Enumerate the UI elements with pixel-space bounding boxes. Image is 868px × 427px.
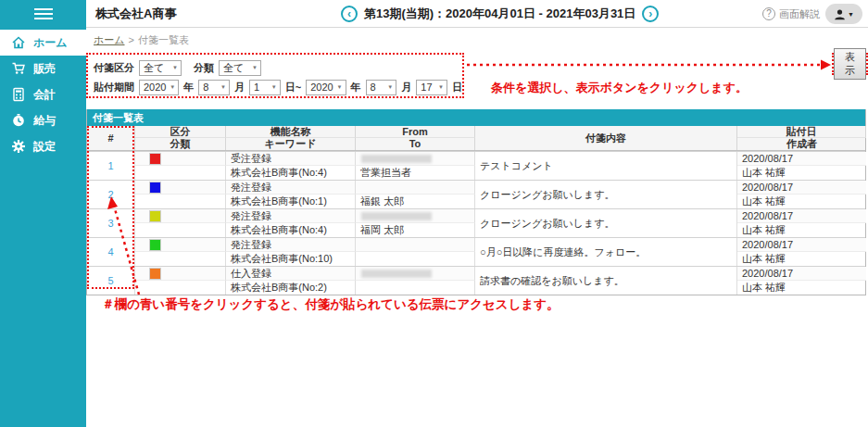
col-header-kubun: 区分 <box>135 126 226 138</box>
table-row: 5 仕入登録 株式会社B商事(No:2) 請求書の確認をお願いします。 2020… <box>87 266 865 295</box>
to-day-select[interactable]: 17 ▼ <box>416 80 447 95</box>
fusen-kubun-select[interactable]: 全て ▼ <box>139 60 182 76</box>
fusen-kubun-value: 全て <box>144 61 164 75</box>
date-cell: 2020/08/17 <box>737 267 866 281</box>
fusen-color-swatch <box>149 239 161 251</box>
year-suffix: 年 <box>183 81 194 94</box>
content-cell: ○月○日以降に再度連絡。フォロー。 <box>475 238 737 266</box>
table-row: 1 受注登録 株式会社B商事(No:4) 営業担当者 テストコメント 2020/… <box>87 151 865 180</box>
fusen-list-table: 付箋一覧表 # 区分 分類 機能名称 キーワード From To 付箋内容 貼付… <box>86 109 866 295</box>
author-cell: 山本 祐輝 <box>737 195 866 208</box>
chevron-down-icon: ▼ <box>220 84 226 90</box>
top-bar: 株式会社A商事 ‹ 第13期(当期)：2020年04月01日 - 2021年03… <box>0 0 868 28</box>
chevron-down-icon: ▼ <box>271 84 277 90</box>
next-period-button[interactable]: › <box>642 6 659 22</box>
row-number-link[interactable]: 3 <box>107 217 113 231</box>
sidebar-item-settings[interactable]: 設定 <box>0 133 86 159</box>
author-cell: 山本 祐輝 <box>737 281 866 295</box>
to-cell: 福岡 太郎 <box>356 223 475 237</box>
chevron-down-icon: ▼ <box>438 84 444 90</box>
to-month-select[interactable]: 8 ▼ <box>366 80 397 95</box>
from-cell <box>356 152 475 166</box>
bunrui-select[interactable]: 全て ▼ <box>219 60 261 76</box>
author-cell: 山本 祐輝 <box>737 166 866 180</box>
home-icon <box>11 35 26 50</box>
bunrui-label: 分類 <box>194 61 214 75</box>
date-cell: 2020/08/17 <box>737 209 866 223</box>
col-header-from: From <box>356 126 475 138</box>
breadcrumb-home-link[interactable]: ホーム <box>94 34 125 45</box>
display-button[interactable]: 表示 <box>834 48 866 80</box>
day-suffix: 日 <box>452 81 462 94</box>
content-cell: クロージングお願いします。 <box>475 181 737 208</box>
sidebar-item-home[interactable]: ホーム <box>0 30 86 56</box>
chevron-down-icon: ▼ <box>337 84 343 90</box>
bunrui-cell <box>135 281 226 295</box>
to-month-value: 8 <box>371 82 376 93</box>
from-year-value: 2020 <box>144 82 166 93</box>
kinou-cell: 発注登録 <box>226 209 356 223</box>
table-row: 2 発注登録 株式会社B商事(No:1) 福銀 太郎 クロージングお願いします。… <box>87 180 865 208</box>
date-cell: 2020/08/17 <box>737 238 866 252</box>
gear-icon <box>11 139 26 154</box>
author-cell: 山本 祐輝 <box>737 223 866 237</box>
bunrui-cell <box>135 223 226 237</box>
redacted-text <box>361 155 432 163</box>
from-month-select[interactable]: 8 ▼ <box>198 80 230 95</box>
from-cell <box>356 238 475 252</box>
to-year-select[interactable]: 2020 ▼ <box>306 80 346 95</box>
keyword-cell: 株式会社B商事(No:4) <box>226 166 356 180</box>
filter-panel: 付箋区分 全て ▼ 分類 全て ▼ 貼付期間 2020 ▼ 年 8 ▼ 月 <box>86 53 464 98</box>
main-content: ホーム>付箋一覧表 付箋区分 全て ▼ 分類 全て ▼ 貼付期間 2020 ▼ … <box>86 28 868 427</box>
row-number-link[interactable]: 5 <box>107 274 113 288</box>
keyword-cell: 株式会社B商事(No:4) <box>226 223 356 237</box>
to-cell: 営業担当者 <box>356 166 475 180</box>
year-suffix: 年 <box>351 81 361 94</box>
content-cell: クロージングお願いします。 <box>475 209 737 237</box>
date-cell: 2020/08/17 <box>737 152 866 166</box>
to-cell: 福銀 太郎 <box>356 195 475 208</box>
bunrui-cell <box>135 252 226 266</box>
fiscal-period-label: 第13期(当期)：2020年04月01日 - 2021年03月31日 <box>364 6 635 22</box>
sidebar-nav: ホーム 販売 会計 給与 <box>0 28 86 427</box>
chevron-down-icon: ▼ <box>172 65 178 70</box>
help-icon: ? <box>762 7 775 20</box>
display-button-highlight: 表示 <box>832 53 868 75</box>
table-row: 4 発注登録 株式会社B商事(No:10) ○月○日以降に再度連絡。フォロー。 … <box>87 237 865 266</box>
col-header-naiyou: 付箋内容 <box>475 126 737 150</box>
keyword-cell: 株式会社B商事(No:1) <box>226 195 356 208</box>
bunrui-cell <box>135 195 226 208</box>
hamburger-menu-icon[interactable] <box>0 0 86 28</box>
user-icon <box>834 8 846 20</box>
table-title: 付箋一覧表 <box>87 109 865 126</box>
content-cell: テストコメント <box>475 152 737 180</box>
chevron-down-icon: ▼ <box>170 84 175 90</box>
col-header-num: # <box>87 126 135 150</box>
row-number-link[interactable]: 2 <box>107 188 113 202</box>
from-year-select[interactable]: 2020 ▼ <box>139 80 179 95</box>
user-menu-button[interactable]: ▼ <box>825 4 862 24</box>
sidebar-item-sales[interactable]: 販売 <box>0 56 86 82</box>
row-number-link[interactable]: 4 <box>107 245 113 259</box>
row-number-link[interactable]: 1 <box>107 159 113 173</box>
from-day-select[interactable]: 1 ▼ <box>249 80 281 95</box>
sidebar-item-payroll[interactable]: 給与 <box>0 107 86 133</box>
annotation-select-hint: 条件を選択し、表示ボタンをクリックします。 <box>491 80 748 96</box>
breadcrumb-current: 付箋一覧表 <box>138 34 189 45</box>
sidebar-item-accounting[interactable]: 会計 <box>0 82 86 107</box>
previous-period-button[interactable]: ‹ <box>341 6 358 22</box>
kinou-cell: 発注登録 <box>226 238 356 252</box>
from-month-value: 8 <box>203 82 208 93</box>
screen-help-button[interactable]: ? 画面解説 <box>762 7 820 21</box>
keyword-cell: 株式会社B商事(No:10) <box>226 252 356 266</box>
cart-icon <box>11 61 26 76</box>
kinou-cell: 仕入登録 <box>226 267 356 281</box>
fiscal-period-nav: ‹ 第13期(当期)：2020年04月01日 - 2021年03月31日 › <box>341 0 659 28</box>
fusen-kubun-label: 付箋区分 <box>94 61 134 75</box>
fusen-color-swatch <box>149 210 161 222</box>
clock-icon <box>11 113 26 128</box>
author-cell: 山本 祐輝 <box>737 252 866 266</box>
col-header-keyword: キーワード <box>226 138 356 150</box>
sidebar-item-label: 販売 <box>33 61 56 77</box>
to-year-value: 2020 <box>310 82 333 93</box>
